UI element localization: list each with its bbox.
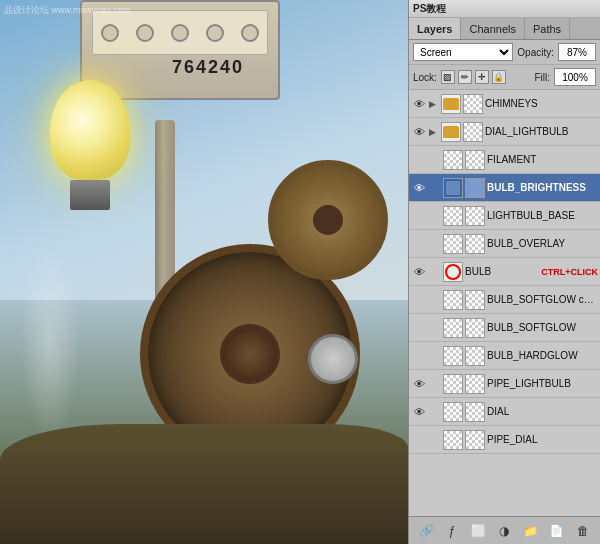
thumb-checker-pipe-dial (444, 431, 462, 449)
layer-item-bulb-brightness[interactable]: 👁BULB_BRIGHTNESS (409, 174, 600, 202)
tab-channels[interactable]: Channels (461, 18, 524, 39)
layer-name-dial: DIAL (487, 406, 598, 417)
eye-icon-pipe-dial[interactable] (411, 432, 427, 448)
tab-paths[interactable]: Paths (525, 18, 570, 39)
mask-checker-pipe-dial (466, 431, 484, 449)
mask-checker-pipe-lightbulb (466, 375, 484, 393)
layer-mask-thumb-filament (465, 150, 485, 170)
layer-name-bulb-hardglow: BULB_HARDGLOW (487, 350, 598, 361)
layer-item-chimneys[interactable]: 👁▶CHIMNEYS (409, 90, 600, 118)
layer-thumb-bulb-softglow (443, 318, 463, 338)
adjustment-layer-icon[interactable]: ◑ (495, 522, 513, 540)
mask-checker-lightbulb-base (466, 207, 484, 225)
folder-icon-chimneys (443, 98, 459, 110)
layer-item-bulb[interactable]: 👁BULBCTRL+CLICK (409, 258, 600, 286)
folder-arrow-chimneys[interactable]: ▶ (429, 99, 439, 109)
eye-icon-bulb-overlay[interactable] (411, 236, 427, 252)
folder-arrow-dial-lightbulb[interactable]: ▶ (429, 127, 439, 137)
lock-move-icon[interactable]: ✛ (475, 70, 489, 84)
layer-thumb-lightbulb-base (443, 206, 463, 226)
lock-paint-icon[interactable]: ✏ (458, 70, 472, 84)
mask-checker-filament (466, 151, 484, 169)
mask-checker-bulb-hardglow (466, 347, 484, 365)
meter-number: 764240 (172, 57, 244, 78)
eye-icon-filament[interactable] (411, 152, 427, 168)
tab-layers[interactable]: Layers (409, 18, 461, 39)
eye-icon-pipe-lightbulb[interactable]: 👁 (411, 376, 427, 392)
thumb-selected-bulb-brightness (444, 179, 462, 197)
opacity-label: Opacity: (517, 47, 554, 58)
eye-icon-bulb-softglow[interactable] (411, 320, 427, 336)
layer-thumb-bulb-overlay (443, 234, 463, 254)
watermark: 品设计论坛 www.missyuan.com (4, 4, 131, 17)
bulb-glass (50, 80, 130, 180)
layer-item-dial[interactable]: 👁DIAL (409, 398, 600, 426)
layer-thumb-pipe-lightbulb (443, 374, 463, 394)
layer-name-bulb-overlay: BULB_OVERLAY (487, 238, 598, 249)
mask-checker-dial-lightbulb (464, 123, 482, 141)
eye-icon-bulb[interactable]: 👁 (411, 264, 427, 280)
eye-icon-lightbulb-base[interactable] (411, 208, 427, 224)
lock-label: Lock: (413, 72, 437, 83)
layer-item-filament[interactable]: FILAMENT (409, 146, 600, 174)
new-layer-icon[interactable]: 📄 (548, 522, 566, 540)
ps-title: PS教程 (413, 2, 446, 16)
layer-name-dial-lightbulb: DIAL_LIGHTBULB (485, 126, 598, 137)
layer-item-bulb-softglow-copy[interactable]: BULB_SOFTGLOW copy (409, 286, 600, 314)
lock-all-icon[interactable]: 🔒 (492, 70, 506, 84)
eye-icon-dial[interactable]: 👁 (411, 404, 427, 420)
eye-icon-bulb-hardglow[interactable] (411, 348, 427, 364)
eye-icon-dial-lightbulb[interactable]: 👁 (411, 124, 427, 140)
pressure-gauge (308, 334, 358, 384)
layer-style-icon[interactable]: ƒ (443, 522, 461, 540)
layer-name-chimneys: CHIMNEYS (485, 98, 598, 109)
boiler-base (0, 424, 408, 544)
fill-input[interactable] (554, 68, 596, 86)
layer-item-dial-lightbulb[interactable]: 👁▶DIAL_LIGHTBULB (409, 118, 600, 146)
layer-item-pipe-lightbulb[interactable]: 👁PIPE_LIGHTBULB (409, 370, 600, 398)
layer-mask-icon[interactable]: ⬜ (469, 522, 487, 540)
layer-thumb-pipe-dial (443, 430, 463, 450)
eye-icon-bulb-brightness[interactable]: 👁 (411, 180, 427, 196)
layer-name-filament: FILAMENT (487, 154, 598, 165)
ps-bottom-toolbar: 🔗 ƒ ⬜ ◑ 📁 📄 🗑 (409, 516, 600, 544)
layer-name-bulb-brightness: BULB_BRIGHTNESS (487, 182, 598, 193)
layer-name-bulb-softglow-copy: BULB_SOFTGLOW copy (487, 294, 598, 305)
main-container: 764240 品设计论坛 www.missyuan.com PS教程 (0, 0, 600, 544)
panel-tabs: Layers Channels Paths (409, 18, 600, 40)
eye-icon-bulb-softglow-copy[interactable] (411, 292, 427, 308)
blend-mode-select[interactable]: Screen Normal Multiply Overlay (413, 43, 513, 61)
lock-icons-group: ▨ ✏ ✛ 🔒 (441, 70, 506, 84)
folder-icon-dial-lightbulb (443, 126, 459, 138)
layer-name-pipe-dial: PIPE_DIAL (487, 434, 598, 445)
opacity-input[interactable] (558, 43, 596, 61)
layer-item-bulb-hardglow[interactable]: BULB_HARDGLOW (409, 342, 600, 370)
small-gear (268, 160, 388, 280)
blend-mode-row: Screen Normal Multiply Overlay Opacity: (409, 40, 600, 65)
thumb-checker-filament (444, 151, 462, 169)
layer-mask-thumb-chimneys (463, 94, 483, 114)
thumb-checker-bulb-overlay (444, 235, 462, 253)
layer-mask-thumb-pipe-lightbulb (465, 374, 485, 394)
mask-checker-bulb-overlay (466, 235, 484, 253)
layer-item-pipe-dial[interactable]: PIPE_DIAL (409, 426, 600, 454)
link-layers-icon[interactable]: 🔗 (417, 522, 435, 540)
layer-mask-thumb-pipe-dial (465, 430, 485, 450)
layer-mask-thumb-bulb-hardglow (465, 346, 485, 366)
layer-list[interactable]: 👁▶CHIMNEYS👁▶DIAL_LIGHTBULBFILAMENT👁BULB_… (409, 90, 600, 516)
layer-thumb-chimneys (441, 94, 461, 114)
layer-item-bulb-overlay[interactable]: BULB_OVERLAY (409, 230, 600, 258)
thumb-checker-pipe-lightbulb (444, 375, 462, 393)
new-folder-icon[interactable]: 📁 (522, 522, 540, 540)
layer-mask-thumb-bulb-softglow-copy (465, 290, 485, 310)
layer-name-lightbulb-base: LIGHTBULB_BASE (487, 210, 598, 221)
layer-mask-thumb-dial-lightbulb (463, 122, 483, 142)
layer-item-lightbulb-base[interactable]: LIGHTBULB_BASE (409, 202, 600, 230)
delete-layer-icon[interactable]: 🗑 (574, 522, 592, 540)
layer-item-bulb-softglow[interactable]: BULB_SOFTGLOW (409, 314, 600, 342)
eye-icon-chimneys[interactable]: 👁 (411, 96, 427, 112)
lock-transparency-icon[interactable]: ▨ (441, 70, 455, 84)
layer-mask-thumb-lightbulb-base (465, 206, 485, 226)
layer-thumb-bulb-brightness (443, 178, 463, 198)
layer-name-bulb-softglow: BULB_SOFTGLOW (487, 322, 598, 333)
